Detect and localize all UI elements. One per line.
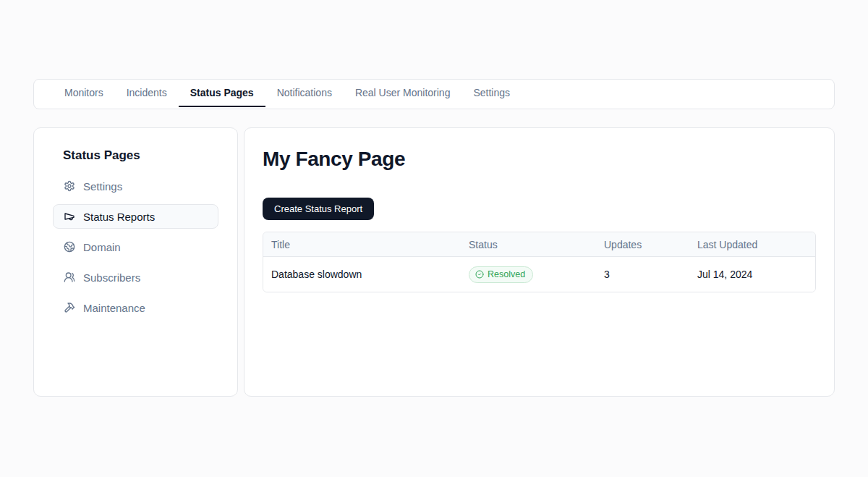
tab-monitors[interactable]: Monitors	[53, 80, 115, 107]
megaphone-icon	[64, 211, 75, 222]
sidebar-item-label: Subscribers	[83, 271, 140, 284]
status-pages-sidebar: Status Pages Settings Status Reports Dom…	[33, 127, 238, 397]
report-last-updated-cell: Jul 14, 2024	[689, 269, 815, 280]
status-badge: Resolved	[469, 266, 533, 283]
globe-icon	[64, 241, 75, 253]
sidebar-item-label: Domain	[83, 241, 121, 253]
gear-icon	[64, 180, 75, 192]
sidebar-item-label: Maintenance	[83, 302, 145, 314]
report-status-cell: Resolved	[461, 266, 596, 283]
column-header-title: Title	[263, 239, 461, 250]
tab-status-pages[interactable]: Status Pages	[179, 80, 265, 107]
column-header-status: Status	[461, 239, 596, 250]
sidebar-item-settings[interactable]: Settings	[53, 174, 218, 198]
sidebar-item-label: Settings	[83, 180, 122, 193]
sidebar-item-maintenance[interactable]: Maintenance	[53, 295, 218, 320]
tab-real-user-monitoring[interactable]: Real User Monitoring	[344, 80, 462, 107]
column-header-updates: Updates	[596, 239, 689, 250]
tab-notifications[interactable]: Notifications	[265, 80, 344, 107]
sidebar-item-subscribers[interactable]: Subscribers	[53, 265, 218, 290]
page-title: My Fancy Page	[263, 147, 816, 172]
top-nav: Monitors Incidents Status Pages Notifica…	[33, 79, 835, 109]
tab-settings[interactable]: Settings	[461, 80, 522, 107]
status-reports-table: Title Status Updates Last Updated Databa…	[263, 232, 816, 292]
check-circle-icon	[475, 270, 484, 279]
create-status-report-button[interactable]: Create Status Report	[263, 198, 374, 220]
sidebar-item-label: Status Reports	[83, 211, 155, 223]
hammer-icon	[64, 302, 75, 313]
status-badge-label: Resolved	[488, 269, 525, 280]
sidebar-item-status-reports[interactable]: Status Reports	[53, 204, 218, 229]
column-header-last-updated: Last Updated	[689, 239, 815, 250]
report-updates-cell: 3	[596, 269, 689, 280]
main-panel: My Fancy Page Create Status Report Title…	[244, 127, 835, 397]
report-title-cell: Database slowdown	[263, 269, 461, 280]
table-row[interactable]: Database slowdown Resolved 3 Jul 14, 202…	[263, 257, 815, 292]
sidebar-title: Status Pages	[63, 148, 218, 163]
users-icon	[64, 271, 75, 283]
sidebar-item-domain[interactable]: Domain	[53, 235, 218, 259]
tab-incidents[interactable]: Incidents	[115, 80, 179, 107]
table-header-row: Title Status Updates Last Updated	[263, 232, 815, 257]
